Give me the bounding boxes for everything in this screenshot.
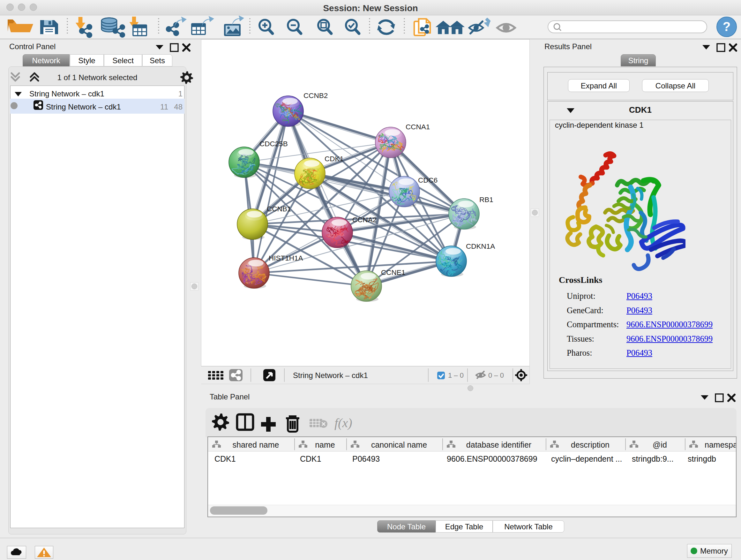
svg-text:CCNE1: CCNE1 — [381, 268, 405, 276]
svg-text:CCNB2: CCNB2 — [304, 91, 328, 100]
svg-text:CCNB1: CCNB1 — [267, 205, 291, 213]
svg-text:@id: @id — [653, 440, 667, 449]
svg-text:shared name: shared name — [232, 440, 279, 449]
svg-text:database identifier: database identifier — [466, 440, 531, 449]
svg-text:HIST1H1A: HIST1H1A — [269, 254, 303, 262]
svg-text:canonical name: canonical name — [371, 440, 427, 449]
svg-text:0 – 0: 0 – 0 — [488, 371, 504, 379]
svg-text:?: ? — [723, 19, 731, 34]
svg-text:description: description — [571, 440, 610, 449]
svg-text:name: name — [315, 440, 335, 449]
svg-text:CDK1: CDK1 — [214, 454, 236, 463]
svg-text:CDK1: CDK1 — [325, 155, 344, 163]
svg-text:RB1: RB1 — [479, 196, 493, 204]
svg-text:CCNA2: CCNA2 — [352, 216, 377, 224]
svg-text:f(x): f(x) — [334, 416, 352, 430]
svg-text:namespace: namespace — [704, 440, 736, 449]
svg-text:9606.ENSP00000378699: 9606.ENSP00000378699 — [447, 454, 537, 463]
svg-text:cyclin–dependent ...: cyclin–dependent ... — [551, 454, 622, 463]
svg-text:CDK1: CDK1 — [300, 454, 321, 463]
svg-text:CDC6: CDC6 — [418, 176, 437, 184]
svg-text:P06493: P06493 — [352, 454, 380, 463]
svg-text:1 – 0: 1 – 0 — [448, 371, 464, 379]
svg-text:CDC25B: CDC25B — [259, 140, 288, 148]
svg-text:stringdb: stringdb — [688, 454, 716, 463]
svg-text:String Network – cdk1: String Network – cdk1 — [293, 371, 368, 380]
svg-text:stringdb:9...: stringdb:9... — [632, 454, 674, 463]
svg-text:CCNA1: CCNA1 — [406, 123, 430, 131]
svg-text:CDKN1A: CDKN1A — [466, 242, 495, 250]
